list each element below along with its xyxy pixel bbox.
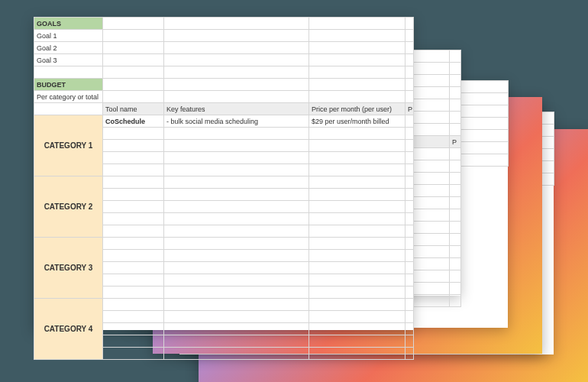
budget-header: BUDGET <box>34 79 103 91</box>
category-4[interactable]: CATEGORY 4 <box>34 299 103 360</box>
main-grid[interactable]: GOALS Goal 1 Goal 2 Goal 3 BUDGET Per ca… <box>34 17 414 360</box>
category-3[interactable]: CATEGORY 3 <box>34 238 103 299</box>
goal-1[interactable]: Goal 1 <box>34 30 103 42</box>
category-1[interactable]: CATEGORY 1 <box>34 115 103 176</box>
tool-price[interactable]: $29 per user/month billed <box>309 115 405 128</box>
goal-2[interactable]: Goal 2 <box>34 42 103 54</box>
tool-name[interactable]: CoSchedule <box>103 115 164 128</box>
category-2[interactable]: CATEGORY 2 <box>34 176 103 238</box>
goal-3[interactable]: Goal 3 <box>34 54 103 66</box>
col-tool: Tool name <box>103 103 164 115</box>
tool-feature[interactable]: - bulk social media scheduling <box>164 115 309 128</box>
budget-note[interactable]: Per category or total <box>34 91 103 103</box>
col-p: P <box>405 103 414 115</box>
col-price: Price per month (per user) <box>309 103 405 115</box>
col-features: Key features <box>164 103 309 115</box>
spreadsheet-main: GOALS Goal 1 Goal 2 Goal 3 BUDGET Per ca… <box>34 17 413 330</box>
goals-header: GOALS <box>34 18 103 30</box>
col-p-frag: P <box>450 136 461 148</box>
